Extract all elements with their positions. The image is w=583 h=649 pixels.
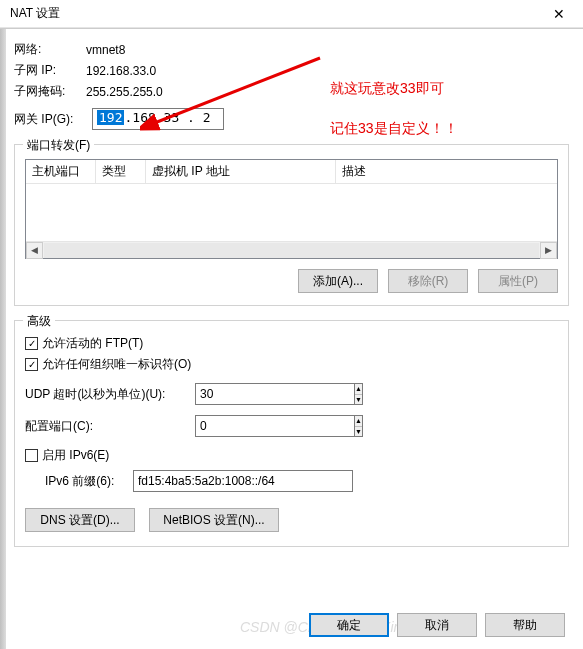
ipv6-prefix-input[interactable] xyxy=(133,470,353,492)
allow-ftp-label: 允许活动的 FTP(T) xyxy=(42,335,143,352)
config-port-spinner[interactable]: ▲ ▼ xyxy=(195,415,327,437)
checkbox-icon: ✓ xyxy=(25,337,38,350)
checkbox-icon xyxy=(25,449,38,462)
col-host-port[interactable]: 主机端口 xyxy=(26,160,96,183)
subnet-ip-value: 192.168.33.0 xyxy=(86,64,156,78)
spin-up-icon[interactable]: ▲ xyxy=(355,416,362,427)
port-forward-button-row: 添加(A)... 移除(R) 属性(P) xyxy=(25,269,558,293)
gateway-label: 网关 IP(G): xyxy=(14,111,92,128)
close-icon: ✕ xyxy=(553,6,565,22)
gateway-ip-input[interactable]: 192.168.33 . 2 xyxy=(92,108,224,130)
checkbox-icon: ✓ xyxy=(25,358,38,371)
dns-settings-button[interactable]: DNS 设置(D)... xyxy=(25,508,135,532)
config-port-label: 配置端口(C): xyxy=(25,418,195,435)
ok-button[interactable]: 确定 xyxy=(309,613,389,637)
dialog-footer-buttons: 确定 取消 帮助 xyxy=(309,613,565,637)
col-desc[interactable]: 描述 xyxy=(336,160,557,183)
properties-button: 属性(P) xyxy=(478,269,558,293)
allow-ftp-checkbox[interactable]: ✓ 允许活动的 FTP(T) xyxy=(25,335,558,352)
allow-oui-label: 允许任何组织唯一标识符(O) xyxy=(42,356,191,373)
config-port-input[interactable] xyxy=(195,415,354,437)
scroll-track[interactable] xyxy=(44,243,539,258)
close-button[interactable]: ✕ xyxy=(543,3,575,25)
help-button[interactable]: 帮助 xyxy=(485,613,565,637)
port-forward-group: 端口转发(F) 主机端口 类型 虚拟机 IP 地址 描述 ◀ ▶ 添加(A)..… xyxy=(14,144,569,306)
list-header: 主机端口 类型 虚拟机 IP 地址 描述 xyxy=(26,160,557,184)
scroll-right-icon[interactable]: ▶ xyxy=(540,242,557,259)
window-title: NAT 设置 xyxy=(10,5,60,22)
gateway-rest: .168.33 . 2 xyxy=(124,110,210,125)
enable-ipv6-label: 启用 IPv6(E) xyxy=(42,447,109,464)
cancel-button[interactable]: 取消 xyxy=(397,613,477,637)
advanced-legend: 高级 xyxy=(23,313,55,330)
udp-timeout-label: UDP 超时(以秒为单位)(U): xyxy=(25,386,195,403)
spin-up-icon[interactable]: ▲ xyxy=(355,384,362,395)
remove-button: 移除(R) xyxy=(388,269,468,293)
allow-oui-checkbox[interactable]: ✓ 允许任何组织唯一标识符(O) xyxy=(25,356,558,373)
spin-down-icon[interactable]: ▼ xyxy=(355,427,362,437)
add-button[interactable]: 添加(A)... xyxy=(298,269,378,293)
dialog-body: 网络: vmnet8 子网 IP: 192.168.33.0 子网掩码: 255… xyxy=(0,28,583,557)
netbios-settings-button[interactable]: NetBIOS 设置(N)... xyxy=(149,508,279,532)
subnet-mask-value: 255.255.255.0 xyxy=(86,85,163,99)
scroll-left-icon[interactable]: ◀ xyxy=(26,242,43,259)
subnet-mask-label: 子网掩码: xyxy=(14,83,86,100)
udp-timeout-input[interactable] xyxy=(195,383,354,405)
title-bar: NAT 设置 ✕ xyxy=(0,0,583,28)
gateway-selected-octet: 192 xyxy=(97,110,124,125)
annotation-text-1: 就这玩意改33即可 xyxy=(330,80,444,98)
list-body-empty xyxy=(26,184,557,241)
horizontal-scrollbar[interactable]: ◀ ▶ xyxy=(26,241,557,258)
network-value: vmnet8 xyxy=(86,43,125,57)
enable-ipv6-checkbox[interactable]: 启用 IPv6(E) xyxy=(25,447,558,464)
port-forward-legend: 端口转发(F) xyxy=(23,137,94,154)
annotation-text-2: 记住33是自定义！！ xyxy=(330,120,458,138)
port-forward-list[interactable]: 主机端口 类型 虚拟机 IP 地址 描述 ◀ ▶ xyxy=(25,159,558,259)
col-type[interactable]: 类型 xyxy=(96,160,146,183)
advanced-group: 高级 ✓ 允许活动的 FTP(T) ✓ 允许任何组织唯一标识符(O) UDP 超… xyxy=(14,320,569,547)
network-label: 网络: xyxy=(14,41,86,58)
udp-timeout-spinner[interactable]: ▲ ▼ xyxy=(195,383,327,405)
ipv6-prefix-label: IPv6 前缀(6): xyxy=(45,473,133,490)
subnet-ip-label: 子网 IP: xyxy=(14,62,86,79)
spin-down-icon[interactable]: ▼ xyxy=(355,395,362,405)
col-vm-ip[interactable]: 虚拟机 IP 地址 xyxy=(146,160,336,183)
